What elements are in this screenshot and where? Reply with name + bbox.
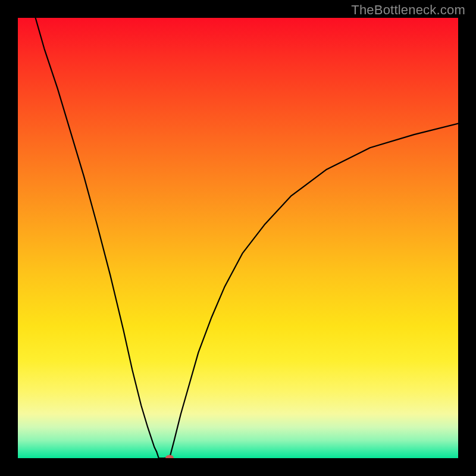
bottleneck-curve [18, 18, 458, 458]
watermark-text: TheBottleneck.com [351, 2, 465, 18]
plot-area [18, 18, 458, 458]
bottleneck-marker [165, 455, 174, 459]
curve-path [36, 18, 458, 458]
chart-frame: TheBottleneck.com [0, 0, 476, 476]
